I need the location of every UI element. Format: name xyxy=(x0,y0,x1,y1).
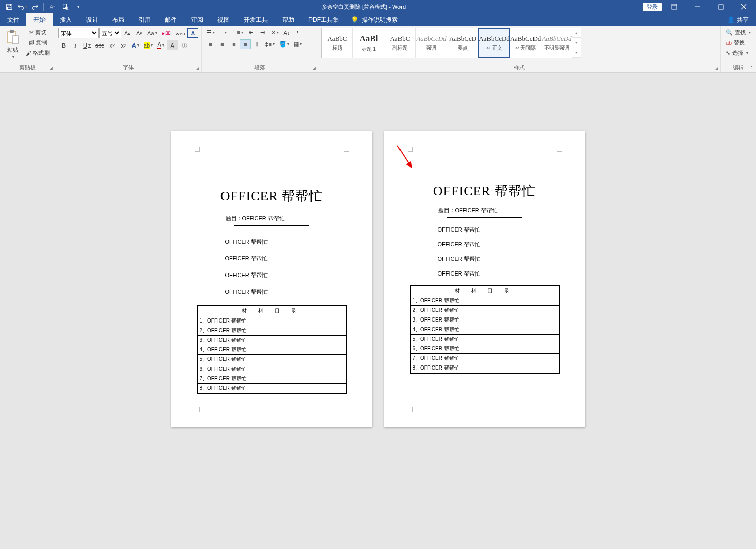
shrink-font-button[interactable]: A▾ xyxy=(134,28,145,38)
font-size-select[interactable]: 五号 xyxy=(99,28,121,38)
paste-button[interactable]: 粘贴 ▾ xyxy=(3,28,22,59)
change-case-button[interactable]: Aa▾ xyxy=(145,28,159,38)
tab-design[interactable]: 设计 xyxy=(79,13,105,26)
line-spacing-button[interactable]: ‡≡▾ xyxy=(263,39,277,49)
find-button[interactable]: 🔍查找▾ xyxy=(724,28,753,37)
format-painter-button[interactable]: 🖌 格式刷 xyxy=(24,48,52,58)
superscript-button[interactable]: x2 xyxy=(118,40,129,50)
show-marks-button[interactable]: ¶ xyxy=(293,28,304,37)
table-row[interactable]: 6、OFFICER 帮帮忙 xyxy=(410,344,559,354)
clear-format-button[interactable]: ♦⌫ xyxy=(160,28,173,38)
subscript-button[interactable]: x2 xyxy=(107,40,118,50)
char-shading-button[interactable]: A xyxy=(167,40,178,50)
align-center-button[interactable]: ≡ xyxy=(216,39,228,49)
style-item-2[interactable]: AaBbC副标题 xyxy=(384,28,416,58)
table-row[interactable]: 3、OFFICER 帮帮忙 xyxy=(197,336,346,345)
increase-indent-button[interactable]: ⇥ xyxy=(257,28,269,37)
numbering-button[interactable]: ≡▾ xyxy=(217,28,229,37)
save-icon[interactable] xyxy=(3,1,15,12)
font-name-select[interactable]: 宋体 xyxy=(58,28,99,38)
paragraph-dialog-launcher[interactable]: ◢ xyxy=(310,65,317,71)
print-preview-icon[interactable] xyxy=(59,1,71,12)
doc-heading[interactable]: OFFICER 帮帮忙 xyxy=(197,187,347,205)
multilevel-button[interactable]: ⋮≡▾ xyxy=(229,28,245,37)
body-paragraphs-1[interactable]: OFFICER 帮帮忙OFFICER 帮帮忙OFFICER 帮帮忙OFFICER… xyxy=(197,238,347,296)
underline-button[interactable]: U▾ xyxy=(81,40,93,50)
select-button[interactable]: ⤡选择▾ xyxy=(724,48,750,58)
cut-button[interactable]: ✂ 剪切 xyxy=(24,28,52,37)
undo-icon[interactable]: ▾ xyxy=(16,1,28,12)
tab-references[interactable]: 引用 xyxy=(131,13,158,26)
sort-button[interactable]: A↓ xyxy=(281,28,292,37)
italic-button[interactable]: I xyxy=(70,40,81,50)
table-row[interactable]: 1、OFFICER 帮帮忙 xyxy=(197,316,346,326)
enclose-char-button[interactable]: ㊉ xyxy=(179,40,190,50)
body-paragraphs-2[interactable]: OFFICER 帮帮忙OFFICER 帮帮忙OFFICER 帮帮忙OFFICER… xyxy=(410,226,560,278)
page-2[interactable]: OFFICER 帮帮忙 题目：OFFICER 帮帮忙 OFFICER 帮帮忙OF… xyxy=(384,131,585,427)
char-border-button[interactable]: A xyxy=(187,28,198,38)
styles-expand[interactable]: ▾ xyxy=(572,48,581,58)
borders-button[interactable]: ▦▾ xyxy=(292,39,304,49)
align-right-button[interactable]: ≡ xyxy=(228,39,239,49)
highlight-button[interactable]: ab▾ xyxy=(142,40,155,50)
styles-scroll-down[interactable]: ▾ xyxy=(572,38,581,48)
maximize-button[interactable] xyxy=(709,0,732,13)
close-button[interactable] xyxy=(733,0,755,13)
style-item-3[interactable]: AaBbCcDd强调 xyxy=(416,28,447,58)
table-row[interactable]: 6、OFFICER 帮帮忙 xyxy=(197,364,346,374)
table-row[interactable]: 7、OFFICER 帮帮忙 xyxy=(410,354,559,363)
bullets-button[interactable]: ☰▾ xyxy=(205,28,217,37)
table-row[interactable]: 5、OFFICER 帮帮忙 xyxy=(197,355,346,364)
tab-insert[interactable]: 插入 xyxy=(53,13,79,26)
tab-home[interactable]: 开始 xyxy=(26,13,53,26)
table-row[interactable]: 4、OFFICER 帮帮忙 xyxy=(197,345,346,355)
tab-view[interactable]: 视图 xyxy=(210,13,237,26)
qat-customize-icon[interactable]: ▾ xyxy=(72,1,84,12)
tab-review[interactable]: 审阅 xyxy=(184,13,210,26)
styles-gallery[interactable]: AaBbC标题AaBl标题 1AaBbC副标题AaBbCcDd强调AaBbCcD… xyxy=(321,28,581,58)
clipboard-dialog-launcher[interactable]: ◢ xyxy=(48,65,54,71)
table-row[interactable]: 8、OFFICER 帮帮忙 xyxy=(197,384,346,394)
font-color-button[interactable]: A▾ xyxy=(155,40,166,50)
replace-button[interactable]: ab替换 xyxy=(724,38,747,48)
align-left-button[interactable]: ≡ xyxy=(205,39,216,49)
style-item-7[interactable]: AaBbCcDd不明显强调 xyxy=(541,28,572,58)
table-row[interactable]: 8、OFFICER 帮帮忙 xyxy=(410,363,559,374)
table-row[interactable]: 2、OFFICER 帮帮忙 xyxy=(410,306,559,315)
styles-scroll-up[interactable]: ▴ xyxy=(572,28,581,38)
style-item-6[interactable]: AaBbCcDd↵ 无间隔 xyxy=(510,28,541,58)
redo-icon[interactable] xyxy=(29,1,41,12)
login-button[interactable]: 登录 xyxy=(643,3,662,11)
style-item-4[interactable]: AaBbCcD要点 xyxy=(447,28,478,58)
tab-pdf[interactable]: PDF工具集 xyxy=(301,13,346,26)
decrease-indent-button[interactable]: ⇤ xyxy=(246,28,257,37)
font-dialog-launcher[interactable]: ◢ xyxy=(194,65,200,71)
tab-help[interactable]: 帮助 xyxy=(275,13,301,26)
distributed-button[interactable]: ⫴ xyxy=(251,39,262,49)
minimize-button[interactable] xyxy=(686,0,708,13)
style-item-5[interactable]: AaBbCcDd↵ 正文 xyxy=(478,28,510,58)
style-item-0[interactable]: AaBbC标题 xyxy=(322,28,353,58)
table-row[interactable]: 5、OFFICER 帮帮忙 xyxy=(410,335,559,344)
table-row[interactable]: 7、OFFICER 帮帮忙 xyxy=(197,374,346,384)
tab-layout[interactable]: 布局 xyxy=(105,13,131,26)
tab-mailings[interactable]: 邮件 xyxy=(158,13,184,26)
table-row[interactable]: 3、OFFICER 帮帮忙 xyxy=(410,315,559,325)
share-button[interactable]: 👤 共享 xyxy=(720,13,756,26)
table-row[interactable]: 1、OFFICER 帮帮忙 xyxy=(410,296,559,306)
tab-file[interactable]: 文件 xyxy=(0,13,26,26)
text-effects-button[interactable]: A▾ xyxy=(130,40,141,50)
font-size-icon[interactable]: A^ xyxy=(46,1,58,12)
materials-table-2[interactable]: 材 料 目 录1、OFFICER 帮帮忙2、OFFICER 帮帮忙3、OFFIC… xyxy=(410,285,560,374)
page-1[interactable]: OFFICER 帮帮忙 题目：OFFICER 帮帮忙 OFFICER 帮帮忙OF… xyxy=(171,131,372,427)
shading-button[interactable]: 🪣▾ xyxy=(277,39,291,49)
document-canvas[interactable]: OFFICER 帮帮忙 题目：OFFICER 帮帮忙 OFFICER 帮帮忙OF… xyxy=(0,73,756,549)
tab-devtools[interactable]: 开发工具 xyxy=(237,13,275,26)
table-row[interactable]: 2、OFFICER 帮帮忙 xyxy=(197,326,346,336)
table-row[interactable]: 4、OFFICER 帮帮忙 xyxy=(410,325,559,335)
ribbon-display-icon[interactable] xyxy=(663,0,685,13)
style-item-1[interactable]: AaBl标题 1 xyxy=(353,28,384,58)
justify-button[interactable]: ≡ xyxy=(240,39,251,49)
collapse-ribbon-button[interactable]: ˄ xyxy=(750,66,753,71)
copy-button[interactable]: 🗐 复制 xyxy=(24,38,52,48)
